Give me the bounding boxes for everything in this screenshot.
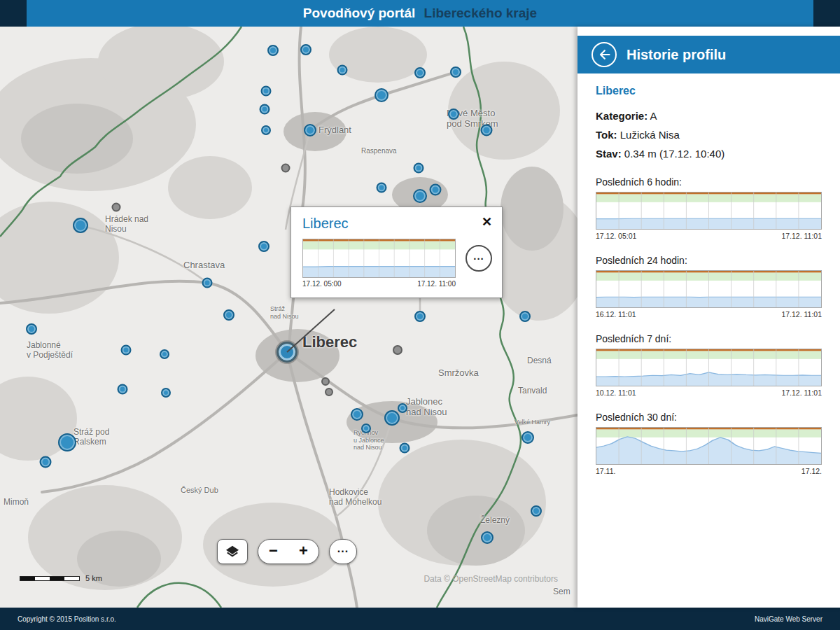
station-marker[interactable] xyxy=(374,88,388,102)
station-marker[interactable] xyxy=(276,342,298,363)
station-marker[interactable] xyxy=(304,124,316,136)
station-marker[interactable] xyxy=(161,388,171,398)
copyright-text: Copyright © 2015 Position s.r.o. xyxy=(18,615,116,623)
title-secondary: Libereckého kraje xyxy=(424,6,538,20)
back-button[interactable] xyxy=(592,42,617,67)
layers-button[interactable] xyxy=(217,539,248,564)
map-more-button[interactable]: ... xyxy=(329,539,357,564)
station-marker[interactable] xyxy=(73,218,88,233)
station-marker[interactable] xyxy=(121,345,132,356)
station-marker[interactable] xyxy=(519,311,531,322)
zoom-control: − + xyxy=(258,539,319,564)
history-panel: Historie profilu Liberec Kategorie: ATok… xyxy=(578,27,840,608)
server-name: NaviGate Web Server xyxy=(755,615,822,623)
station-marker[interactable] xyxy=(300,44,312,55)
station-marker[interactable] xyxy=(112,203,121,212)
station-marker[interactable] xyxy=(58,433,76,451)
station-marker[interactable] xyxy=(398,403,407,413)
zoom-in-button[interactable]: + xyxy=(288,540,318,564)
page-title: Povodňový portál Libereckého kraje xyxy=(303,6,537,21)
zoom-out-button[interactable]: − xyxy=(258,540,288,564)
history-panel-content: Liberec Kategorie: ATok: Lužická NisaSta… xyxy=(578,74,840,497)
station-fields: Kategorie: ATok: Lužická NisaStav: 0.34 … xyxy=(596,110,822,160)
station-marker[interactable] xyxy=(430,184,442,196)
station-marker[interactable] xyxy=(325,388,333,396)
station-marker[interactable] xyxy=(321,377,330,386)
station-marker[interactable] xyxy=(258,241,270,252)
popup-station-link[interactable]: Liberec xyxy=(302,216,349,232)
chart-label: Posledních 24 hodin: xyxy=(596,255,822,266)
map-controls: − + ... xyxy=(217,539,357,564)
station-marker[interactable] xyxy=(351,408,363,421)
station-marker[interactable] xyxy=(481,531,493,544)
popup-chart xyxy=(302,239,456,278)
header-corner-left xyxy=(0,0,27,27)
station-marker[interactable] xyxy=(384,410,400,426)
chart-label: Posledních 7 dní: xyxy=(596,333,822,344)
station-marker[interactable] xyxy=(393,345,402,355)
station-marker[interactable] xyxy=(414,311,426,322)
close-icon[interactable]: ✕ xyxy=(482,216,492,228)
station-marker[interactable] xyxy=(413,189,427,203)
history-panel-header: Historie profilu xyxy=(578,36,840,74)
station-marker[interactable] xyxy=(261,86,272,97)
chart-start-time: 16.12. 11:01 xyxy=(596,310,636,318)
station-marker[interactable] xyxy=(337,65,348,76)
chart-end-time: 17.12. 11:01 xyxy=(781,310,822,318)
history-chart-section: Posledních 7 dní:10.12. 11:0117.12. 11:0… xyxy=(596,333,822,397)
station-marker[interactable] xyxy=(40,456,52,468)
station-marker[interactable] xyxy=(531,505,542,517)
station-field: Tok: Lužická Nisa xyxy=(596,129,822,141)
station-marker[interactable] xyxy=(261,125,271,135)
station-marker[interactable] xyxy=(414,163,424,174)
station-field: Stav: 0.34 m (17.12. 10:40) xyxy=(596,148,822,160)
station-marker[interactable] xyxy=(202,278,213,288)
chart-end-time: 17.12. 11:01 xyxy=(781,232,822,240)
station-marker[interactable] xyxy=(26,323,37,335)
layers-icon xyxy=(225,545,240,559)
station-marker[interactable] xyxy=(361,424,371,433)
history-chart xyxy=(596,192,822,230)
arrow-left-icon xyxy=(597,48,611,62)
history-chart-section: Posledních 6 hodin:17.12. 05:0117.12. 11… xyxy=(596,176,822,240)
station-marker[interactable] xyxy=(281,164,290,173)
popup-chart-start-time: 17.12. 05:00 xyxy=(302,280,342,288)
map-markers xyxy=(0,27,578,608)
station-marker[interactable] xyxy=(118,384,128,395)
popup-chart-end-time: 17.12. 11:00 xyxy=(417,280,456,288)
history-chart xyxy=(596,427,822,465)
station-link[interactable]: Liberec xyxy=(596,85,636,97)
map-popup: Liberec ✕ 17.12. 05:00 17.12. 11:00 ... xyxy=(290,206,503,298)
title-primary: Povodňový portál xyxy=(303,6,415,20)
station-marker[interactable] xyxy=(223,309,234,321)
chart-label: Posledních 6 hodin: xyxy=(596,176,822,188)
app: Povodňový portál Libereckého kraje xyxy=(0,0,840,630)
station-marker[interactable] xyxy=(400,443,410,454)
chart-start-time: 17.12. 05:01 xyxy=(596,232,636,240)
station-marker[interactable] xyxy=(448,108,459,120)
history-chart xyxy=(596,349,822,386)
station-marker[interactable] xyxy=(481,125,493,136)
station-marker[interactable] xyxy=(260,104,270,115)
station-marker[interactable] xyxy=(522,431,534,444)
scalebar-label: 5 km xyxy=(85,574,102,582)
station-marker[interactable] xyxy=(450,66,461,78)
popup-more-button[interactable]: ... xyxy=(465,245,492,272)
history-chart-section: Posledních 30 dní:17.11.17.12. xyxy=(596,412,822,475)
chart-label: Posledních 30 dní: xyxy=(596,412,822,423)
chart-start-time: 17.11. xyxy=(596,467,615,475)
history-chart xyxy=(596,270,822,308)
panel-title: Historie profilu xyxy=(626,47,726,63)
map-scalebar: 5 km xyxy=(20,574,102,582)
station-marker[interactable] xyxy=(160,349,169,359)
station-marker[interactable] xyxy=(414,67,426,78)
chart-end-time: 17.12. xyxy=(802,467,822,475)
history-charts: Posledních 6 hodin:17.12. 05:0117.12. 11… xyxy=(596,176,822,475)
history-chart-section: Posledních 24 hodin:16.12. 11:0117.12. 1… xyxy=(596,255,822,318)
map-canvas[interactable]: FrýdlantNové Město pod SmrkemRaspenavaHr… xyxy=(0,27,578,608)
scalebar-graphic xyxy=(20,576,80,581)
station-marker[interactable] xyxy=(267,45,279,56)
station-marker[interactable] xyxy=(377,183,387,193)
map-attribution[interactable]: Data © OpenStreetMap contributors xyxy=(424,574,558,584)
chart-end-time: 17.12. 11:01 xyxy=(781,388,822,397)
